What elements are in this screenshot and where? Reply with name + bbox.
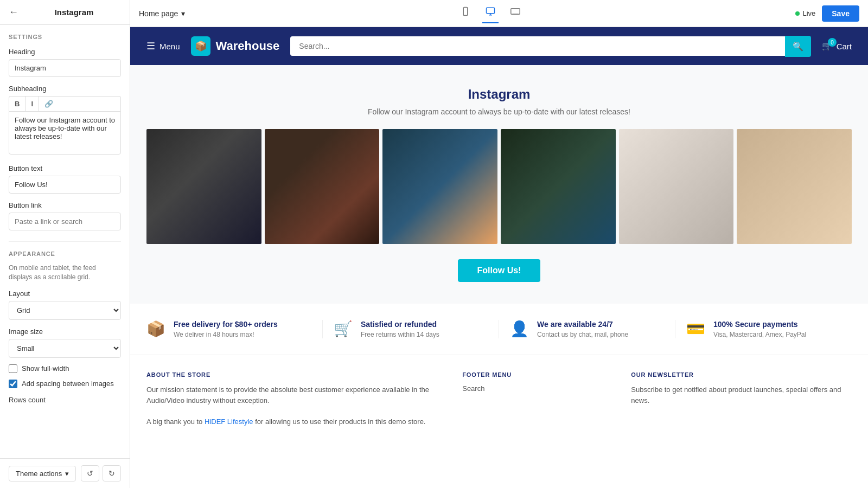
feature-text-payments: 100% Secure payments Visa, Mastercard, A… xyxy=(713,320,806,338)
image-size-label: Image size xyxy=(9,328,121,336)
instagram-image-4 xyxy=(501,129,616,244)
theme-actions-label: Theme actions xyxy=(16,470,62,478)
device-switcher xyxy=(457,3,524,23)
instagram-image-6 xyxy=(737,129,852,244)
desktop-view-button[interactable] xyxy=(482,3,499,23)
cart-label: Cart xyxy=(837,42,852,51)
footer-menu-search[interactable]: Search xyxy=(462,384,609,393)
heading-label: Heading xyxy=(9,48,121,56)
page-chevron-icon: ▾ xyxy=(181,9,185,18)
top-bar: Home page ▾ Live Save xyxy=(130,0,868,27)
instagram-section: Instagram Follow our Instagram account t… xyxy=(130,65,868,304)
subheading-textarea[interactable]: Follow our Instagram account to always b… xyxy=(9,111,121,155)
show-full-width-row: Show full-width xyxy=(9,364,121,373)
support-title: We are available 24/7 xyxy=(537,320,628,329)
page-selector[interactable]: Home page ▾ xyxy=(139,9,185,18)
sidebar-footer: Theme actions ▾ ↺ ↻ xyxy=(0,458,130,488)
feature-text-returns: Satisfied or refunded Free returns withi… xyxy=(361,320,439,338)
support-desc: Contact us by chat, mail, phone xyxy=(537,331,628,338)
preview-container: ☰ Menu 📦 Warehouse 🔍 0 🛒 Cart xyxy=(130,27,868,488)
feature-item-support: 👤 We are available 24/7 Contact us by ch… xyxy=(499,320,675,338)
returns-title: Satisfied or refunded xyxy=(361,320,439,329)
show-full-width-checkbox[interactable] xyxy=(9,364,17,373)
rows-count-label: Rows count xyxy=(9,396,121,404)
returns-icon: 🛒 xyxy=(334,320,353,338)
search-submit-button[interactable]: 🔍 xyxy=(785,36,811,57)
instagram-heading: Instagram xyxy=(146,87,852,102)
payments-icon: 💳 xyxy=(686,320,706,338)
sidebar-title: Instagram xyxy=(25,8,123,17)
instagram-image-3 xyxy=(382,129,497,244)
top-bar-right: Live Save xyxy=(795,5,859,22)
live-label: Live xyxy=(802,9,815,17)
appearance-desc: On mobile and tablet, the feed displays … xyxy=(9,264,121,282)
image-size-select[interactable]: Small Medium Large xyxy=(9,339,121,358)
footer-menu-col: FOOTER MENU Search xyxy=(462,371,609,428)
delivery-icon: 📦 xyxy=(146,320,166,338)
main-area: Home page ▾ Live Save xyxy=(130,0,868,488)
store-menu-button[interactable]: ☰ Menu xyxy=(146,40,180,52)
add-spacing-label: Add spacing between images xyxy=(22,380,114,388)
follow-button[interactable]: Follow Us! xyxy=(458,259,541,282)
footer-about-link[interactable]: HiDEF Lifestyle xyxy=(205,418,253,426)
live-indicator: Live xyxy=(795,9,815,17)
footer-newsletter-text: Subscribe to get notified about product … xyxy=(631,384,852,407)
feature-text-delivery: Free delivery for $80+ orders We deliver… xyxy=(174,320,278,338)
chevron-down-icon: ▾ xyxy=(65,470,69,478)
returns-desc: Free returns within 14 days xyxy=(361,331,439,338)
feature-item-delivery: 📦 Free delivery for $80+ orders We deliv… xyxy=(146,320,323,338)
support-icon: 👤 xyxy=(510,320,529,338)
store-logo-name: Warehouse xyxy=(216,39,280,53)
sidebar: ← Instagram SETTINGS Heading Subheading … xyxy=(0,0,130,488)
svg-rect-5 xyxy=(511,9,520,15)
preview-area: ☰ Menu 📦 Warehouse 🔍 0 🛒 Cart xyxy=(130,27,868,488)
delivery-desc: We deliver in 48 hours max! xyxy=(174,331,278,338)
sidebar-body: SETTINGS Heading Subheading B I 🔗 Follow… xyxy=(0,25,130,458)
bold-button[interactable]: B xyxy=(9,97,25,111)
footer-menu-list: Search xyxy=(462,384,609,393)
redo-button[interactable]: ↻ xyxy=(103,465,121,481)
footer-newsletter-title: OUR NEWSLETTER xyxy=(631,371,852,378)
add-spacing-checkbox[interactable] xyxy=(9,380,17,388)
feature-item-payments: 💳 100% Secure payments Visa, Mastercard,… xyxy=(675,320,852,338)
button-text-input[interactable] xyxy=(9,176,121,194)
footer-section: ABOUT THE STORE Our mission statement is… xyxy=(130,355,868,444)
theme-actions-button[interactable]: Theme actions ▾ xyxy=(9,466,76,481)
layout-label: Layout xyxy=(9,290,121,298)
italic-button[interactable]: I xyxy=(25,97,39,111)
instagram-image-1 xyxy=(146,129,261,244)
instagram-image-5 xyxy=(619,129,734,244)
layout-select[interactable]: Grid List xyxy=(9,301,121,320)
instagram-grid xyxy=(146,129,852,244)
instagram-image-2 xyxy=(265,129,380,244)
subheading-label: Subheading xyxy=(9,85,121,93)
button-text-label: Button text xyxy=(9,164,121,172)
feature-text-support: We are available 24/7 Contact us by chat… xyxy=(537,320,628,338)
instagram-subheading: Follow our Instagram account to always b… xyxy=(146,107,852,116)
mobile-view-button[interactable] xyxy=(457,3,474,23)
show-full-width-label: Show full-width xyxy=(22,364,69,373)
save-button[interactable]: Save xyxy=(822,5,859,22)
svg-rect-0 xyxy=(463,8,468,16)
footer-about: ABOUT THE STORE Our mission statement is… xyxy=(146,371,441,428)
store-logo-icon: 📦 xyxy=(191,36,210,56)
link-button[interactable]: 🔗 xyxy=(39,97,59,111)
undo-button[interactable]: ↺ xyxy=(81,465,99,481)
button-link-input[interactable] xyxy=(9,213,121,230)
button-link-label: Button link xyxy=(9,201,121,209)
features-strip: 📦 Free delivery for $80+ orders We deliv… xyxy=(130,304,868,355)
svg-rect-2 xyxy=(486,8,494,14)
store-header: ☰ Menu 📦 Warehouse 🔍 0 🛒 Cart xyxy=(130,27,868,65)
widescreen-view-button[interactable] xyxy=(507,3,524,23)
store-search-input[interactable] xyxy=(290,36,784,56)
cart-button[interactable]: 0 🛒 Cart xyxy=(822,41,852,51)
appearance-label: APPEARANCE xyxy=(9,251,121,257)
payments-desc: Visa, Mastercard, Amex, PayPal xyxy=(713,331,806,338)
hamburger-icon: ☰ xyxy=(146,40,155,52)
rich-text-toolbar: B I 🔗 xyxy=(9,96,121,111)
heading-input[interactable] xyxy=(9,59,121,77)
sidebar-header: ← Instagram xyxy=(0,0,130,25)
back-button[interactable]: ← xyxy=(7,4,21,20)
feature-item-returns: 🛒 Satisfied or refunded Free returns wit… xyxy=(323,320,499,338)
footer-icon-actions: ↺ ↻ xyxy=(81,465,121,481)
